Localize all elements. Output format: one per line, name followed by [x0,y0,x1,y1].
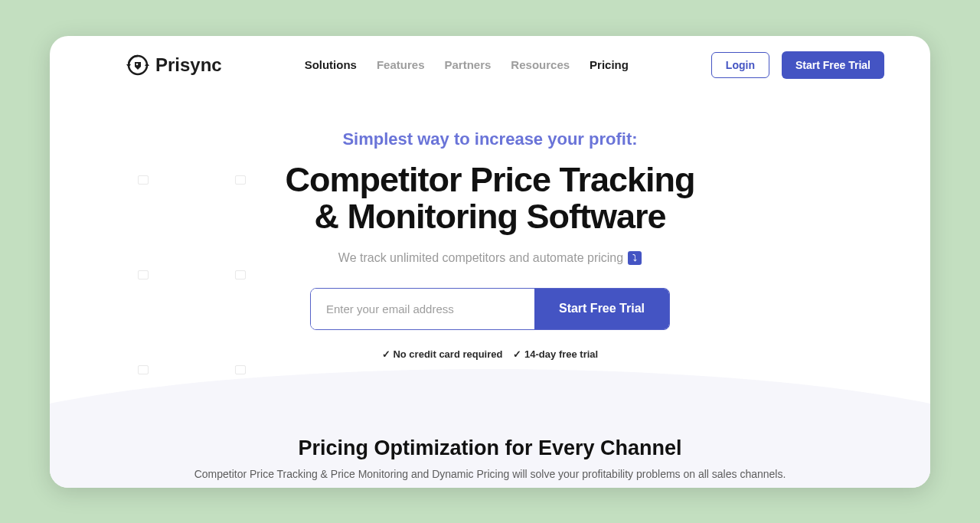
hero-title: Competitor Price Tracking & Monitoring S… [50,162,930,236]
signup-form: Start Free Trial [50,288,930,330]
svg-point-3 [136,63,139,65]
nav-links: Solutions Features Partners Resources Pr… [305,58,629,71]
hero-kicker: Simplest way to increase your profit: [50,129,930,149]
nav-partners[interactable]: Partners [444,58,491,71]
section2-sub: Competitor Price Tracking & Price Monito… [50,468,930,480]
signup-submit-button[interactable]: Start Free Trial [534,289,669,329]
decorative-placeholder [235,270,246,279]
hero-title-line1: Competitor Price Tracking [285,160,694,199]
brand-logo[interactable]: Prisync [126,54,222,77]
decorative-placeholder [138,270,149,279]
hero-title-line2: & Monitoring Software [315,197,666,236]
section2-title: Pricing Optimization for Every Channel [50,436,930,460]
nav-cta-group: Login Start Free Trial [711,51,884,79]
section-pricing-optimization: Pricing Optimization for Every Channel C… [50,436,930,480]
arrow-down-icon: ⤵ [628,251,642,265]
hero-subtitle-text: We track unlimited competitors and autom… [338,251,623,265]
nav-solutions[interactable]: Solutions [305,58,357,71]
svg-marker-1 [126,64,131,67]
decorative-placeholder [235,175,246,185]
app-window: Prisync Solutions Features Partners Reso… [50,36,930,488]
decorative-placeholder [138,175,149,185]
start-trial-button[interactable]: Start Free Trial [782,51,884,79]
nav-features[interactable]: Features [377,58,425,71]
brand-icon [126,54,149,77]
nav-pricing[interactable]: Pricing [590,58,629,71]
hero: Simplest way to increase your profit: Co… [50,87,930,360]
svg-marker-2 [145,63,149,66]
hero-subtitle: We track unlimited competitors and autom… [338,251,642,265]
email-input[interactable] [311,289,534,329]
wave-divider: Pricing Optimization for Every Channel C… [50,358,930,488]
signup-inner: Start Free Trial [310,288,670,330]
main-nav: Prisync Solutions Features Partners Reso… [50,36,930,87]
nav-resources[interactable]: Resources [511,58,570,71]
login-button[interactable]: Login [711,52,769,78]
brand-name: Prisync [155,54,222,76]
